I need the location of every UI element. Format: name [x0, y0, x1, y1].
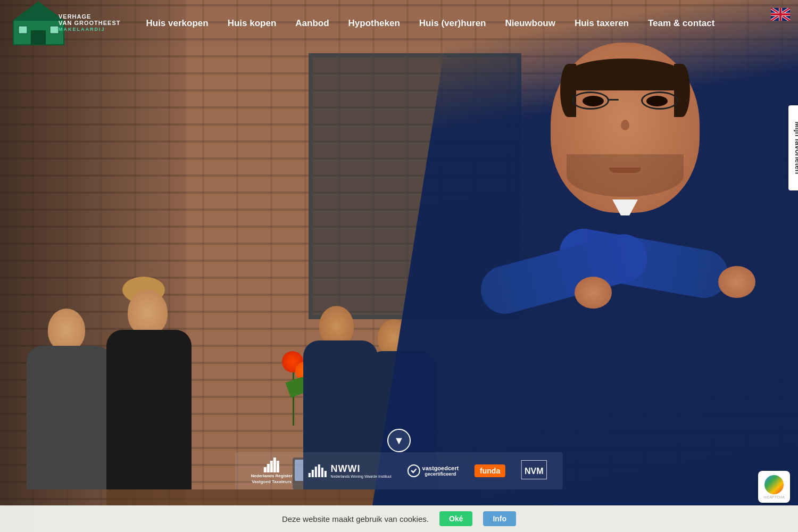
- person-3-head: [319, 306, 354, 346]
- cookie-message: Deze website maakt gebruik van cookies.: [282, 514, 429, 523]
- cookie-ok-button[interactable]: Oké: [439, 511, 472, 526]
- funda-logo: funda: [475, 464, 505, 477]
- nav-item-huis-verkopen[interactable]: Huis verkopen: [136, 18, 218, 29]
- recaptcha-text: reCAPTCHA: [763, 495, 785, 499]
- nav-item-aanbod[interactable]: Aanbod: [286, 18, 338, 29]
- funda-text: funda: [480, 467, 500, 475]
- vastgoedcert-text: vastgoedcert gecertificeerd: [422, 465, 459, 477]
- nwwi-icon: [309, 464, 327, 477]
- logos-bar: Nederlands Register Vastgoed Taxateurs N…: [235, 452, 563, 489]
- person-1-head: [48, 309, 85, 351]
- nav-item-hypotheken[interactable]: Hypotheken: [339, 18, 410, 29]
- navbar: VERHAGE VERHAGE VAN GROOTHEEST MAKELAARD…: [0, 0, 798, 46]
- language-selector[interactable]: [771, 8, 790, 23]
- flag-icon: [771, 8, 790, 21]
- recaptcha-badge: reCAPTCHA: [758, 471, 790, 503]
- svg-text:VERHAGE: VERHAGE: [29, 47, 48, 47]
- hero-section: VERHAGE VERHAGE VAN GROOTHEEST MAKELAARD…: [0, 0, 798, 532]
- vastgoedcert-icon-group: vastgoedcert gecertificeerd: [408, 464, 459, 477]
- logo[interactable]: VERHAGE VERHAGE VAN GROOTHEEST MAKELAARD…: [11, 0, 120, 47]
- nwwi-full: Nederlands Woning Waarde Instituut: [331, 475, 392, 478]
- scroll-down-icon: ▼: [394, 435, 404, 446]
- nrvt-text: Nederlands Register: [251, 473, 293, 478]
- svg-marker-1: [13, 2, 64, 21]
- nvm-logo: NVM: [521, 460, 547, 481]
- favorites-tab[interactable]: Mijn favorieten: [788, 105, 798, 190]
- nrvt-text2: Vastgoed Taxateurs: [252, 479, 292, 484]
- nwwi-text-group: NWWI Nederlands Woning Waarde Instituut: [331, 463, 392, 478]
- vastgoedcert-name: vastgoedcert: [422, 465, 459, 471]
- nav-links: Huis verkopen Huis kopen Aanbod Hypothek…: [136, 18, 787, 29]
- hand-left: [575, 277, 612, 309]
- recaptcha-icon: [764, 475, 784, 494]
- logo-line1: VERHAGE: [59, 13, 120, 20]
- hair-top: [567, 59, 684, 90]
- cookie-info-button[interactable]: Info: [483, 511, 516, 526]
- person-2-head: [128, 290, 168, 335]
- cookie-banner: Deze website maakt gebruik van cookies. …: [0, 505, 798, 532]
- nrvt-bars-icon: [264, 458, 279, 472]
- vastgoedcert-desc: gecertificeerd: [422, 471, 459, 477]
- nvm-icon: NVM: [521, 460, 547, 479]
- nav-item-team-contact[interactable]: Team & contact: [638, 18, 724, 29]
- svg-rect-2: [31, 30, 46, 45]
- nav-item-nieuwbouw[interactable]: Nieuwbouw: [495, 18, 564, 29]
- person-1-body: [27, 346, 112, 489]
- person-2-body: [106, 330, 192, 489]
- hand-right: [718, 266, 755, 298]
- svg-rect-14: [779, 8, 782, 21]
- svg-rect-3: [19, 26, 27, 34]
- nwwi-logo: NWWI Nederlands Woning Waarde Instituut: [309, 463, 392, 478]
- svg-text:NVM: NVM: [525, 467, 544, 476]
- face-skin: [551, 43, 700, 213]
- nrvt-logo: Nederlands Register Vastgoed Taxateurs: [251, 458, 293, 484]
- vastgoedcert-icon: [408, 464, 420, 477]
- recaptcha-content: reCAPTCHA: [763, 475, 785, 499]
- realtor-face: [532, 21, 718, 223]
- arms-area: [479, 223, 771, 383]
- logo-line2: VAN GROOTHEEST: [59, 20, 120, 26]
- svg-rect-4: [50, 26, 59, 34]
- logo-line3: MAKELAARDIJ: [59, 26, 120, 33]
- nwwi-abbr: NWWI: [331, 463, 392, 475]
- hair-right: [674, 64, 690, 117]
- nav-item-huis-kopen[interactable]: Huis kopen: [218, 18, 286, 29]
- nav-item-huis-verhuren[interactable]: Huis (ver)huren: [410, 18, 496, 29]
- favorites-label: Mijn favorieten: [794, 122, 798, 174]
- hair-left: [560, 64, 576, 117]
- nav-item-huis-taxeren[interactable]: Huis taxeren: [565, 18, 638, 29]
- vastgoedcert-logo: vastgoedcert gecertificeerd: [408, 464, 459, 477]
- scroll-down-button[interactable]: ▼: [387, 429, 411, 452]
